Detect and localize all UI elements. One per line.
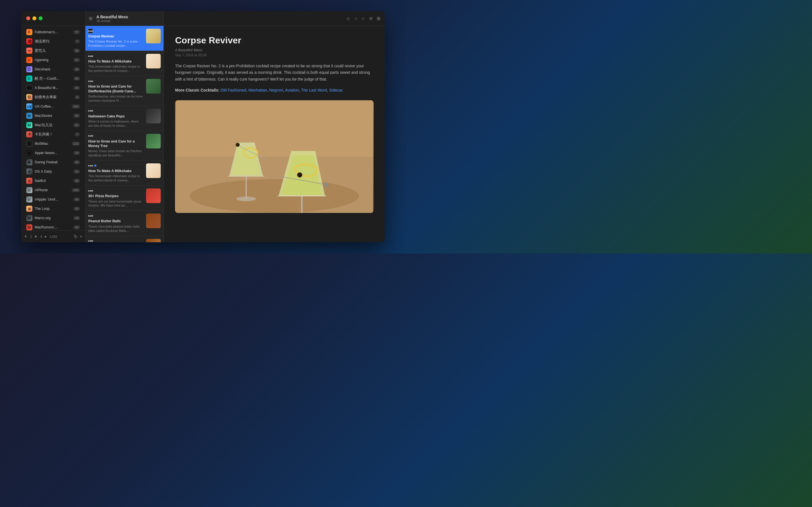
sidebar-item-applenewsr[interactable]: ★ Apple Newsr... 19	[23, 149, 84, 158]
feed-name: Marco.org	[35, 216, 73, 220]
sidebar-item-[interactable]: 软 软體考古學家 8	[23, 93, 84, 102]
sidebar-item-fatbobmans[interactable]: F Fatbobman's... 37	[23, 27, 84, 37]
sidebar-item-cools[interactable]: C 酷 壳 – CoolS... 29	[23, 74, 84, 83]
sidebar-item-daringfireball[interactable]: ★ Daring Fireball 49	[23, 158, 84, 167]
feed-count: 7	[74, 132, 80, 136]
prohibited-icon[interactable]: ⊘	[369, 16, 373, 21]
sidebar-item-macstories[interactable]: M MacStories 25	[23, 111, 84, 120]
feed-name: Decohack	[35, 67, 73, 71]
feed-count: 49	[73, 160, 80, 164]
article-thumb	[146, 79, 161, 94]
article-feed-logo: ABM	[88, 134, 93, 138]
article-item-header: ABM	[88, 163, 144, 168]
article-item-title: How to Grow and Care for Dieffenbachia (…	[88, 84, 144, 94]
article-item-title: 30+ Pizza Recipes	[88, 194, 144, 198]
article-toolbar: ☺ ○ ☆ ⊘ ⊞	[164, 11, 385, 26]
sidebar-item-swiftui[interactable]: S SwiftUI 30	[23, 176, 84, 185]
feed-icon: 潮	[26, 38, 33, 45]
article-item-peanut-1[interactable]: ABM Peanut Butter Balls These chocolate …	[86, 211, 163, 236]
feed-icon: ✂	[26, 48, 33, 54]
link-negroni[interactable]: Negroni	[269, 88, 283, 93]
sidebar-item-decohack[interactable]: D Decohack 28	[23, 65, 84, 74]
close-button[interactable]	[26, 16, 30, 20]
feed-count: 38	[73, 49, 80, 53]
app-body: F Fatbobman's... 37 潮 潮流周刊 7 ✂ 爱范儿 38 r/…	[21, 11, 385, 242]
sidebar-item-abeautifulm[interactable]: ABM A Beautiful M... 18	[23, 83, 84, 93]
feed-icon: C	[26, 75, 33, 82]
article-list-header: ⊞ A Beautiful Mess 18 unread	[86, 11, 163, 26]
sun-count: 2	[30, 235, 32, 238]
sidebar-item-uxcoffee[interactable]: UX UX Coffee... 194	[23, 102, 84, 111]
main-window: F Fatbobman's... 37 潮 潮流周刊 7 ✂ 爱范儿 38 r/…	[21, 11, 385, 242]
feed-icon: 9	[26, 140, 33, 147]
article-thumb	[146, 188, 161, 203]
star-toolbar-icon[interactable]: ☆	[361, 16, 365, 21]
article-item-corpse-reviver[interactable]: ABM Corpse Reviver The Corpse Reviver No…	[86, 26, 163, 51]
feed-icon: M	[26, 122, 33, 128]
feed-name: r/Apple: Unof...	[35, 198, 73, 202]
minimize-button[interactable]	[33, 16, 36, 20]
sun-icon: ☀	[24, 234, 28, 238]
article-item-preview: Dieffenbachia, also known as its more co…	[88, 94, 144, 103]
add-feed-button[interactable]: +	[80, 234, 82, 239]
article-item-dieffenbachia[interactable]: ABM How to Grow and Care for Dieffenbach…	[86, 76, 163, 106]
fullscreen-button[interactable]	[39, 16, 43, 20]
article-item-left: ABM How to Grow and Care for Dieffenbach…	[88, 79, 144, 103]
article-item-left: ABM How to Grow and Care for a Money Tre…	[88, 134, 144, 158]
sidebar-item-mac[interactable]: M Mac玩儿法 81	[23, 121, 84, 129]
sidebar-toggle-icon[interactable]: ⊞	[89, 16, 93, 21]
feed-name: A Beautiful M...	[35, 86, 73, 90]
sidebar-item-theloop[interactable]: ⊕ The Loop 20	[23, 204, 84, 213]
article-item-title: Corpse Reviver	[88, 34, 144, 39]
sidebar: F Fatbobman's... 37 潮 潮流周刊 7 ✂ 爱范儿 38 r/…	[21, 11, 86, 242]
sidebar-item-9to5mac[interactable]: 9 9to5Mac 120	[23, 139, 84, 148]
sidebar-item-marcoorg[interactable]: M Marco.org 19	[23, 214, 84, 223]
link-old-fashioned[interactable]: Old Fashioned	[220, 88, 246, 93]
link-sidecar[interactable]: Sidecar	[329, 88, 342, 93]
feed-count: 19	[73, 151, 80, 155]
feed-name: SwiftUI	[35, 179, 73, 183]
article-item-milkshake-1[interactable]: ABM How To Make A Milkshake This homemad…	[86, 51, 163, 76]
smiley-icon[interactable]: ☺	[346, 16, 350, 21]
article-item-header: ABM	[88, 214, 144, 218]
article-item-title: How to Grow and Care for a Money Tree	[88, 139, 144, 149]
sidebar-item-macrumors[interactable]: M MacRumors:... 43	[23, 223, 84, 230]
link-aviation[interactable]: Aviation	[285, 88, 299, 93]
article-thumb	[146, 163, 161, 178]
article-item-moneytree[interactable]: ABM How to Grow and Care for a Money Tre…	[86, 131, 163, 161]
feed-icon: r/	[26, 187, 33, 193]
refresh-button[interactable]: ↻	[74, 234, 78, 239]
feed-name: 潮流周刊	[35, 39, 74, 44]
article-feed-logo: ABM	[88, 239, 93, 242]
sidebar-item-rappleunof[interactable]: r/ r/Apple: Unof... 44	[23, 195, 84, 204]
article-item-cakepops[interactable]: ABM Halloween Cake Pops When it comes to…	[86, 106, 163, 131]
feed-count: 25	[73, 114, 80, 118]
article-item-pizza[interactable]: ABM 30+ Pizza Recipes These are our best…	[86, 186, 163, 211]
article-item-header: ABM	[88, 54, 144, 58]
link-last-word[interactable]: The Last Word	[301, 88, 327, 93]
feed-count: 194	[71, 105, 80, 108]
article-item-chili[interactable]: ABM Chili Seasoning I love Homemade Chil…	[86, 236, 163, 242]
sidebar-item-riphone[interactable]: r/ r/iPhone 140	[23, 186, 84, 194]
sidebar-item-rgaming[interactable]: r/ r/gaming 52	[23, 55, 84, 64]
cocktail-photo	[175, 100, 373, 213]
sidebar-item-[interactable]: 卡 卡瓦邦噶！ 7	[23, 130, 84, 139]
feed-count: 120	[71, 142, 80, 146]
article-item-header: ABM	[88, 79, 144, 83]
article-body[interactable]: Corpse Reviver A Beautiful Mess Sep 7, 2…	[164, 26, 385, 242]
link-manhattan[interactable]: Manhattan	[248, 88, 267, 93]
article-item-preview: This homemade milkshake recipe is the pe…	[88, 174, 144, 182]
sidebar-item-[interactable]: ✂ 爱范儿 38	[23, 46, 84, 55]
article-item-milkshake-2[interactable]: ABM How To Make A Milkshake This homemad…	[86, 161, 163, 186]
feed-name: Fatbobman's...	[35, 30, 73, 34]
feed-count: 20	[73, 207, 80, 211]
circle-toolbar-icon[interactable]: ○	[354, 16, 357, 21]
grid-icon[interactable]: ⊞	[377, 16, 380, 21]
feed-title-block: A Beautiful Mess 18 unread	[96, 15, 160, 22]
sidebar-item-osxdaily[interactable]: ✕ OS X Daily 15	[23, 167, 84, 176]
feed-icon: F	[26, 29, 33, 35]
feed-count: 140	[71, 188, 80, 192]
feed-name: Daring Fireball	[35, 160, 73, 164]
feed-icon: r/	[26, 196, 33, 203]
sidebar-item-[interactable]: 潮 潮流周刊 7	[23, 37, 84, 46]
